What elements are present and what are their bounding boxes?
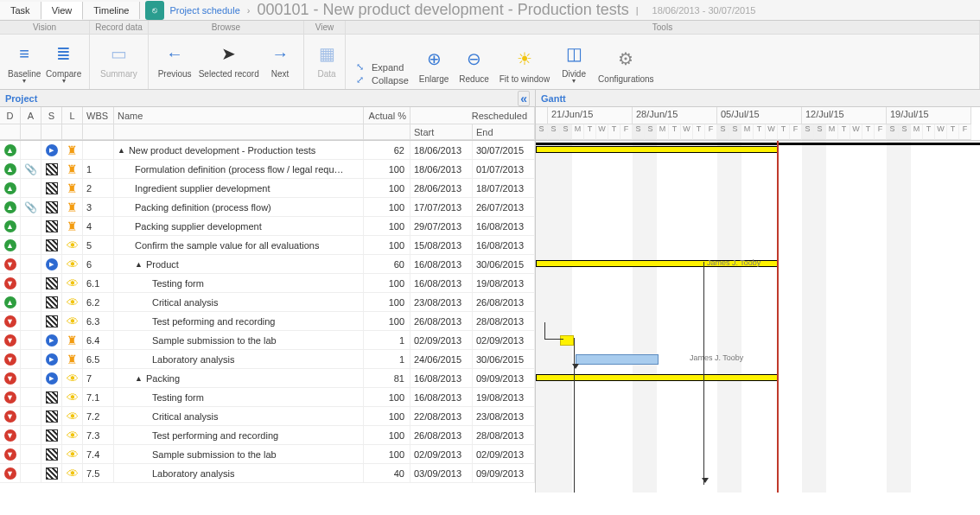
breadcrumb-dates: 18/06/2013 - 30/07/2015 <box>652 5 756 16</box>
reduce-button[interactable]: ⊖Reduce <box>454 43 493 86</box>
table-row[interactable]: ▲👁6.2Critical analysis10023/08/201326/08… <box>0 293 535 312</box>
resource-icon: ♜ <box>67 162 78 176</box>
task-name: Ingredient supplier development <box>135 183 270 194</box>
breadcrumb-bar: | <box>636 5 639 16</box>
col-actual[interactable]: Actual % <box>364 107 410 124</box>
expand-button[interactable]: ⤡Expand <box>356 61 409 73</box>
task-name: Sample submission to the lab <box>152 335 277 346</box>
table-row[interactable]: ▼👁6▲Product6016/08/201330/06/2015 <box>0 255 535 274</box>
col-rescheduled[interactable]: Rescheduled <box>410 107 535 124</box>
grid-header: D A S L WBS Name Actual % Rescheduled St… <box>0 107 535 141</box>
table-row[interactable]: ▲📎♜1Formulation definition (process flow… <box>0 160 535 179</box>
tab-timeline[interactable]: Timeline <box>83 2 140 19</box>
gantt-body[interactable]: James J. Tooby James J. Tooby <box>536 141 980 493</box>
gantt-day: T <box>693 124 705 140</box>
gantt-week: 28/Jun/15 <box>633 107 717 124</box>
selected-record-button[interactable]: ➤Selected record <box>195 38 262 80</box>
table-row[interactable]: ▲♜4Packing supplier development10029/07/… <box>0 217 535 236</box>
compare-button[interactable]: ≣Compare▾ <box>43 38 84 86</box>
table-row[interactable]: ▲👁5Confirm the sample value for all eval… <box>0 236 535 255</box>
task-name: Formulation definition (process flow / l… <box>135 164 344 175</box>
col-start[interactable]: Start <box>410 124 473 140</box>
tab-view[interactable]: View <box>41 2 84 20</box>
eye-icon: 👁 <box>67 277 79 290</box>
col-a[interactable]: A <box>21 107 41 124</box>
table-row[interactable]: ▼👁7.4Sample submission to the lab10002/0… <box>0 445 535 464</box>
status-up-icon: ▲ <box>4 296 16 308</box>
gantt-day: W <box>681 124 693 140</box>
arrow-left-icon: ← <box>161 40 188 67</box>
gantt-day: S <box>560 124 572 140</box>
table-row[interactable]: ▼👁7.1Testing form10016/08/201319/08/2013 <box>0 388 535 407</box>
status-up-icon: ▲ <box>4 201 16 213</box>
table-row[interactable]: ▼♜6.4Sample submission to the lab102/09/… <box>0 331 535 350</box>
attachment-icon: 📎 <box>24 163 37 175</box>
tree-toggle-icon[interactable]: ▲ <box>118 146 125 155</box>
col-d[interactable]: D <box>0 107 21 124</box>
gantt-week <box>536 107 548 124</box>
status-down-icon: ▼ <box>4 258 16 270</box>
task-name: Critical analysis <box>152 411 218 422</box>
breadcrumb: Project schedule › 000101 - New product … <box>169 1 755 19</box>
fit-window-button[interactable]: ☀Fit to window <box>494 43 555 86</box>
checkered-flag-icon <box>46 315 58 327</box>
table-row[interactable]: ▼👁7.2Critical analysis10022/08/201323/08… <box>0 407 535 426</box>
status-down-icon: ▼ <box>4 315 16 327</box>
configurations-button[interactable]: ⚙Configurations <box>593 43 659 86</box>
summary-icon: ▭ <box>105 40 132 67</box>
tree-toggle-icon[interactable]: ▲ <box>135 374 143 383</box>
gantt-days: SSSMTWTFSSMTWTFSSMTWTFSSMTWTFSSMTWTF <box>536 124 980 140</box>
gantt-panel-title: Gantt <box>541 93 566 104</box>
ribbon-group-vision: Vision ≡Baseline▾ ≣Compare▾ <box>0 21 90 89</box>
breadcrumb-root[interactable]: Project schedule <box>169 5 239 16</box>
gantt-day: T <box>923 124 935 140</box>
baseline-button[interactable]: ≡Baseline▾ <box>5 38 43 86</box>
gantt-week: 19/Jul/15 <box>887 107 971 124</box>
gantt-bar-summary-packing[interactable] <box>536 374 778 381</box>
eye-icon: 👁 <box>67 372 79 385</box>
gantt-week: 12/Jul/15 <box>802 107 887 124</box>
gantt-day: S <box>887 124 899 140</box>
col-name[interactable]: Name <box>114 107 364 124</box>
collapse-icon: ⤢ <box>356 74 368 86</box>
enlarge-button[interactable]: ⊕Enlarge <box>414 43 454 86</box>
previous-button[interactable]: ←Previous <box>154 38 195 80</box>
gantt-day: S <box>717 124 729 140</box>
gantt-day: T <box>584 124 596 140</box>
divide-button[interactable]: ◫Divide▾ <box>555 38 593 86</box>
gantt-day: W <box>935 124 947 140</box>
table-row[interactable]: ▼👁6.1Testing form10016/08/201319/08/2013 <box>0 274 535 293</box>
gantt-bar-summary-main[interactable] <box>536 146 778 153</box>
zoom-in-icon: ⊕ <box>420 45 448 73</box>
table-row[interactable]: ▲♜▲New product development - Production … <box>0 141 535 160</box>
col-wbs[interactable]: WBS <box>83 107 114 124</box>
gantt-day: W <box>596 124 608 140</box>
status-down-icon: ▼ <box>4 391 16 404</box>
table-row[interactable]: ▼👁6.3Test peforming and recording10026/0… <box>0 312 535 331</box>
gantt-panel: Gantt 21/Jun/1528/Jun/1505/Jul/1512/Jul/… <box>536 90 980 493</box>
table-row[interactable]: ▲📎♜3Packing definition (process flow)100… <box>0 198 535 217</box>
table-row[interactable]: ▼👁7.5Laboratory analysis4003/09/201309/0… <box>0 464 535 483</box>
checkered-flag-icon <box>46 163 58 175</box>
task-name: Laboratory analysis <box>152 354 234 365</box>
checkered-flag-icon <box>46 182 58 194</box>
gantt-day: T <box>669 124 681 140</box>
next-button[interactable]: →Next <box>262 38 298 80</box>
col-s[interactable]: S <box>41 107 62 124</box>
table-row[interactable]: ▼👁7.3Test performing and recording10026/… <box>0 426 535 445</box>
status-down-icon: ▼ <box>4 353 16 366</box>
tab-task[interactable]: Task <box>0 2 41 19</box>
table-row[interactable]: ▼👁7▲Packing8116/08/201309/09/2013 <box>0 369 535 388</box>
collapse-button[interactable]: ⤢Collapse <box>356 74 409 86</box>
tree-toggle-icon[interactable]: ▲ <box>135 260 143 269</box>
table-row[interactable]: ▼♜6.5Laboratory analysis124/06/201530/06… <box>0 350 535 369</box>
col-end[interactable]: End <box>473 124 535 140</box>
col-l[interactable]: L <box>62 107 83 124</box>
gantt-bar-lab[interactable] <box>576 354 659 365</box>
resource-icon: ♜ <box>67 181 78 195</box>
gantt-day: M <box>826 124 838 140</box>
data-button: ▦Data <box>309 38 344 80</box>
ribbon-group-title: View <box>304 21 345 35</box>
table-row[interactable]: ▲♜2Ingredient supplier development10028/… <box>0 179 535 198</box>
collapse-panel-button[interactable]: « <box>518 91 530 106</box>
